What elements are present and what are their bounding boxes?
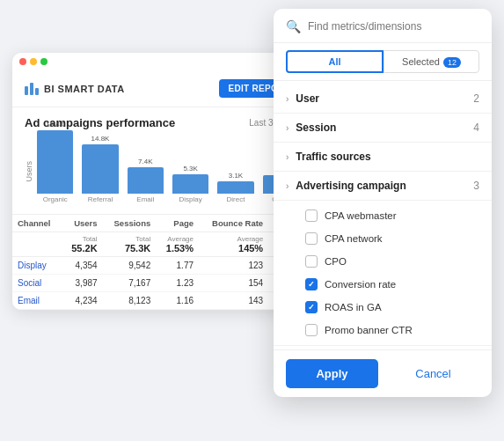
metrics-list: ›User2›Session4›Traffic sources›Advertis…: [274, 81, 492, 349]
metric-section-header[interactable]: ›Traffic sources: [274, 143, 492, 172]
sub-label: Average: [161, 235, 194, 243]
metric-section-header[interactable]: ›Advertising campaign3: [274, 172, 492, 201]
chevron-icon: ›: [286, 94, 289, 104]
table-cell: 154: [199, 275, 268, 292]
window-controls: [12, 53, 311, 70]
section-label: Traffic sources: [296, 151, 370, 163]
section-count: 4: [473, 121, 479, 134]
section-count: 3: [473, 180, 479, 192]
checkbox[interactable]: [305, 209, 318, 222]
table-header: Bounce Rate: [199, 215, 268, 232]
bar-group: 19.4K Organic: [37, 121, 73, 203]
tab-selected[interactable]: Selected12: [383, 50, 479, 73]
metric-section-header[interactable]: ›User2: [274, 85, 492, 114]
search-row: 🔍: [274, 9, 492, 43]
bar: [82, 144, 118, 194]
metric-items: CPA webmasterCPA networkCPOConversion ra…: [274, 201, 492, 346]
chevron-icon: ›: [286, 181, 289, 191]
bar: [172, 174, 208, 194]
bar-label: Referral: [88, 195, 113, 203]
table-cell: 9,542: [103, 257, 157, 275]
section-left: ›Session: [286, 121, 336, 134]
panel-footer: Apply Cancel: [274, 349, 492, 397]
metric-item-label: CPA webmaster: [325, 210, 397, 221]
metric-section: ›Traffic sources: [274, 143, 492, 172]
section-left: ›User: [286, 92, 319, 105]
metric-section-header[interactable]: ›Session4: [274, 114, 492, 143]
brand: BI SMART DATA: [25, 83, 125, 95]
sub-label: Total: [108, 235, 151, 243]
metric-item-label: CPA network: [325, 233, 383, 244]
dashboard-card: BI SMART DATA EDIT REPORT Ad campaigns p…: [12, 53, 311, 310]
bar-group: 14.8K Referral: [82, 135, 118, 203]
table-header: Channel: [12, 215, 62, 232]
data-table: ChannelUsersSessionsPageBounce RateGoalT…: [12, 214, 311, 310]
bar-chart: 19.4K Organic 14.8K Referral 7.4K Email …: [37, 136, 299, 207]
metrics-panel: 🔍 AllSelected12 ›User2›Session4›Traffic …: [274, 9, 492, 397]
search-icon: 🔍: [286, 19, 301, 33]
brand-icon: [25, 83, 39, 95]
section-left: ›Traffic sources: [286, 151, 371, 163]
y-axis-label: Users: [25, 161, 33, 182]
tab-all[interactable]: All: [286, 50, 383, 73]
metric-item-label: CPO: [325, 256, 347, 267]
metric-item[interactable]: Conversion rate: [274, 273, 492, 296]
totals-cell: Average1.53%: [156, 232, 199, 257]
table-cell: 4,354: [62, 257, 103, 275]
checkbox[interactable]: [305, 255, 318, 268]
metric-section: ›Advertising campaign3CPA webmasterCPA n…: [274, 172, 492, 346]
table-cell: 8,123: [103, 292, 157, 310]
chart-area: Users 19.4K Organic 14.8K Referral 7.4K …: [12, 133, 311, 214]
chevron-icon: ›: [286, 123, 289, 133]
section-label: Session: [296, 121, 336, 134]
metric-item[interactable]: Promo banner CTR: [274, 319, 492, 342]
metric-item[interactable]: CPA network: [274, 227, 492, 250]
section-label: Advertising campaign: [296, 180, 405, 192]
search-input[interactable]: [308, 20, 479, 33]
totals-cell: [12, 232, 62, 257]
bar: [37, 130, 73, 194]
metric-item[interactable]: ROAS in GA: [274, 296, 492, 319]
bar-label: Organic: [43, 195, 68, 203]
bar-group: 7.4K Email: [128, 158, 164, 203]
section-left: ›Advertising campaign: [286, 180, 406, 192]
bar-group: 5.3K Display: [172, 165, 208, 203]
table-row: Email4,2348,1231.161430.723: [12, 292, 311, 310]
table-cell: Display: [12, 257, 62, 275]
table-row: Social3,9877,1671.231540.654: [12, 275, 311, 292]
table-cell: 7,167: [103, 275, 157, 292]
metric-item[interactable]: CPA webmaster: [274, 204, 492, 227]
checkbox[interactable]: [305, 324, 318, 336]
section-count: 2: [473, 92, 479, 105]
card-header: BI SMART DATA EDIT REPORT: [12, 70, 311, 107]
brand-name: BI SMART DATA: [44, 84, 125, 94]
chevron-icon: ›: [286, 152, 289, 162]
table-header: Page: [156, 215, 199, 232]
bar-label: Email: [136, 195, 154, 203]
apply-button[interactable]: Apply: [286, 359, 378, 388]
bar: [128, 167, 164, 194]
bar3: [35, 88, 39, 95]
table-cell: Email: [12, 292, 62, 310]
bar-value: 5.3K: [183, 165, 197, 173]
bar2: [30, 83, 33, 95]
checkbox[interactable]: [305, 232, 318, 245]
metric-item-label: ROAS in GA: [325, 302, 382, 312]
bar-value: 19.4K: [46, 121, 64, 129]
table-cell: 123: [199, 257, 268, 275]
tab-badge: 12: [443, 57, 461, 68]
table-header: Sessions: [103, 215, 157, 232]
bar-group: 3.1K Direct: [217, 172, 253, 203]
metric-section: ›Session4: [274, 114, 492, 143]
metric-item-label: Conversion rate: [325, 279, 396, 290]
table-header: Users: [62, 215, 103, 232]
bar-value: 14.8K: [91, 135, 110, 143]
bars-container: 19.4K Organic 14.8K Referral 7.4K Email …: [37, 136, 299, 207]
minimize-dot: [30, 58, 37, 65]
checkbox[interactable]: [305, 301, 318, 313]
table-cell: 4,234: [62, 292, 103, 310]
cancel-button[interactable]: Cancel: [387, 359, 479, 388]
checkbox[interactable]: [305, 278, 318, 290]
bar-label: Direct: [227, 195, 245, 203]
metric-item[interactable]: CPO: [274, 250, 492, 273]
